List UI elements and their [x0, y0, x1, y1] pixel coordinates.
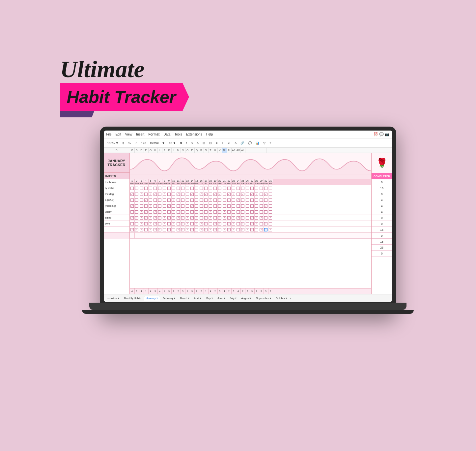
checkbox[interactable] — [241, 187, 244, 190]
checkbox[interactable] — [154, 193, 157, 196]
checkbox[interactable] — [204, 193, 208, 196]
checkbox[interactable] — [181, 193, 184, 196]
checkbox[interactable] — [260, 228, 263, 231]
checkbox[interactable] — [204, 204, 208, 208]
checkbox[interactable] — [237, 193, 240, 196]
checkbox[interactable] — [227, 216, 231, 220]
checkbox[interactable] — [227, 204, 231, 208]
checkbox[interactable] — [181, 198, 184, 202]
checkbox[interactable] — [237, 228, 240, 231]
checkbox[interactable] — [158, 198, 161, 202]
checkbox[interactable] — [246, 187, 249, 190]
checkbox[interactable] — [250, 187, 254, 190]
checkbox[interactable] — [167, 193, 171, 196]
checkbox[interactable] — [218, 216, 221, 220]
checkbox[interactable] — [181, 228, 184, 231]
checkbox[interactable] — [250, 193, 254, 196]
checkbox[interactable] — [227, 198, 231, 202]
checkbox[interactable] — [195, 216, 198, 220]
checkbox[interactable] — [218, 187, 221, 190]
checkbox[interactable] — [130, 187, 134, 190]
checkbox[interactable] — [144, 193, 148, 196]
checkbox[interactable] — [213, 210, 217, 214]
checkbox[interactable] — [209, 193, 212, 196]
checkbox[interactable] — [144, 228, 148, 231]
checkbox[interactable] — [158, 193, 161, 196]
checkbox[interactable] — [200, 187, 203, 190]
checkbox[interactable] — [237, 187, 240, 190]
checkbox[interactable] — [209, 198, 212, 202]
tab-monthly-habits[interactable]: Monthly Habits — [122, 296, 143, 300]
checkbox[interactable] — [269, 187, 272, 190]
checkbox[interactable] — [232, 187, 235, 190]
checkbox[interactable] — [140, 193, 143, 196]
toolbar-borders[interactable]: ⊞ — [202, 141, 206, 145]
checkbox[interactable] — [130, 222, 134, 226]
checkbox[interactable] — [163, 193, 166, 196]
checkbox[interactable] — [130, 210, 134, 214]
checkbox[interactable] — [154, 187, 157, 190]
checkbox[interactable] — [218, 222, 221, 226]
checkbox[interactable] — [213, 228, 217, 231]
checkbox[interactable] — [186, 216, 189, 220]
checkbox[interactable] — [195, 210, 198, 214]
tab-june[interactable]: June ▾ — [215, 296, 227, 300]
checkbox[interactable] — [269, 228, 272, 231]
checkbox[interactable] — [177, 210, 180, 214]
checkbox[interactable] — [223, 187, 226, 190]
checkbox[interactable] — [140, 216, 143, 220]
checkbox[interactable] — [218, 193, 221, 196]
checkbox[interactable] — [190, 198, 194, 202]
checkbox[interactable] — [237, 222, 240, 226]
checkbox[interactable] — [149, 216, 152, 220]
toolbar-italic[interactable]: I — [185, 141, 188, 145]
checkbox[interactable] — [246, 228, 249, 231]
checkbox[interactable] — [232, 204, 235, 208]
checkbox[interactable] — [172, 204, 175, 208]
checkbox[interactable] — [172, 228, 175, 231]
checkbox[interactable] — [181, 187, 184, 190]
checkbox[interactable] — [195, 193, 198, 196]
menu-format[interactable]: Format — [148, 133, 159, 136]
checkbox[interactable] — [204, 198, 208, 202]
checkbox[interactable] — [177, 187, 180, 190]
checkbox[interactable] — [163, 222, 166, 226]
menu-data[interactable]: Data — [163, 133, 170, 136]
checkbox[interactable] — [223, 222, 226, 226]
tab-september[interactable]: September ▾ — [254, 296, 273, 300]
checkbox[interactable] — [167, 204, 171, 208]
checkbox[interactable] — [241, 210, 244, 214]
checkbox[interactable] — [200, 210, 203, 214]
checkbox[interactable] — [190, 210, 194, 214]
checkbox[interactable] — [167, 216, 171, 220]
toolbar-comment[interactable]: 💬 — [247, 141, 253, 145]
checkbox[interactable] — [190, 204, 194, 208]
checkbox[interactable] — [241, 193, 244, 196]
checkbox[interactable] — [269, 204, 272, 208]
toolbar-bold[interactable]: B — [179, 141, 183, 145]
checkbox[interactable] — [163, 210, 166, 214]
checkbox[interactable] — [144, 216, 148, 220]
tab-april[interactable]: April ▾ — [192, 296, 203, 300]
checkbox[interactable] — [158, 204, 161, 208]
checkbox[interactable] — [172, 187, 175, 190]
checkbox[interactable] — [218, 204, 221, 208]
checkbox[interactable] — [232, 216, 235, 220]
checkbox[interactable] — [181, 216, 184, 220]
checkbox[interactable] — [246, 193, 249, 196]
checkbox[interactable] — [190, 228, 194, 231]
checkbox[interactable] — [135, 222, 138, 226]
menu-help[interactable]: Help — [206, 133, 213, 136]
checkbox[interactable] — [260, 198, 263, 202]
checkbox[interactable] — [186, 204, 189, 208]
checkbox[interactable] — [149, 187, 152, 190]
menu-tools[interactable]: Tools — [174, 133, 182, 136]
checkbox[interactable] — [255, 222, 258, 226]
checkbox[interactable] — [223, 204, 226, 208]
checkbox[interactable] — [195, 222, 198, 226]
checkbox[interactable] — [200, 222, 203, 226]
checkbox[interactable] — [204, 222, 208, 226]
checkbox[interactable] — [158, 228, 161, 231]
tab-august[interactable]: August ▾ — [239, 296, 253, 300]
checkbox[interactable] — [241, 222, 244, 226]
